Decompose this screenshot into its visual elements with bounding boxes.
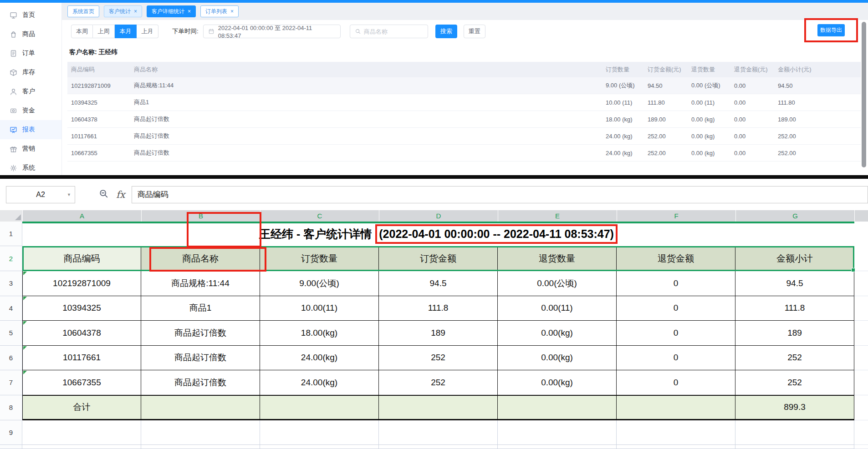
data-cell[interactable]: 商品起订倍数	[141, 370, 260, 395]
column-header-letter[interactable]: B	[142, 210, 260, 222]
table-row[interactable]: 10117661商品起订倍数24.00 (kg)252.000.00 (kg)0…	[67, 128, 861, 145]
total-cell[interactable]: 合计	[22, 395, 141, 420]
empty-cell[interactable]	[260, 420, 379, 445]
sidebar-item-user[interactable]: 客户	[0, 82, 61, 101]
cell-name-box[interactable]: A2 ▼	[6, 186, 75, 203]
data-cell[interactable]: 10667355	[22, 370, 141, 395]
quick-range-button[interactable]: 上月	[137, 25, 158, 38]
data-cell[interactable]: 0.00(11)	[498, 296, 617, 321]
row-header[interactable]: 4	[0, 296, 22, 321]
close-icon[interactable]: ×	[134, 9, 137, 14]
data-cell[interactable]: 18.00(kg)	[260, 321, 379, 346]
table-row[interactable]: 10394325商品110.00 (11)111.800.00 (11)0.00…	[67, 94, 861, 111]
empty-cell[interactable]	[498, 445, 617, 449]
data-cell[interactable]: 10117661	[22, 346, 141, 371]
data-cell[interactable]: 252	[379, 370, 498, 395]
sidebar-item-bag[interactable]: 商品	[0, 25, 61, 44]
table-row[interactable]: 102192871009商品规格:11:449.00 (公顷)94.500.00…	[67, 77, 861, 94]
data-cell[interactable]: 189	[379, 321, 498, 346]
data-cell[interactable]: 252	[735, 346, 854, 371]
empty-cell[interactable]	[617, 420, 735, 445]
sidebar-item-home[interactable]: 首页	[0, 5, 61, 25]
data-cell[interactable]: 24.00(kg)	[260, 346, 379, 371]
data-cell[interactable]: 0	[617, 321, 735, 346]
empty-cell[interactable]	[735, 445, 854, 449]
total-cell[interactable]: 899.3	[735, 395, 854, 420]
empty-cell[interactable]	[141, 445, 260, 449]
search-button[interactable]: 搜索	[435, 25, 457, 38]
row-header[interactable]: 7	[0, 370, 22, 395]
sidebar-item-money[interactable]: 资金	[0, 101, 61, 120]
data-cell[interactable]: 252	[735, 370, 854, 395]
data-cell[interactable]: 24.00(kg)	[260, 370, 379, 395]
data-cell[interactable]: 94.5	[379, 271, 498, 296]
data-cell[interactable]: 0.00(kg)	[498, 346, 617, 371]
header-cell[interactable]: 退货数量	[498, 246, 617, 271]
tab-item[interactable]: 客户统计×	[104, 5, 142, 17]
data-cell[interactable]: 商品起订倍数	[141, 321, 260, 346]
sidebar-item-document[interactable]: 订单	[0, 44, 61, 63]
title-cell[interactable]: 王经纬 - 客户统计详情(2022-04-01 00:00:00 -- 2022…	[22, 222, 854, 246]
vertical-scrollbar[interactable]	[862, 22, 866, 167]
total-cell[interactable]	[379, 395, 498, 420]
data-cell[interactable]: 10604378	[22, 321, 141, 346]
select-all-corner[interactable]	[0, 210, 23, 222]
column-header-letter[interactable]: E	[498, 210, 617, 222]
total-cell[interactable]	[498, 395, 617, 420]
search-input[interactable]	[364, 28, 423, 35]
total-cell[interactable]	[260, 395, 379, 420]
header-cell[interactable]: 商品编码	[22, 246, 141, 271]
data-cell[interactable]: 111.8	[379, 296, 498, 321]
header-cell[interactable]: 订货数量	[260, 246, 379, 271]
data-cell[interactable]: 94.5	[735, 271, 854, 296]
empty-cell[interactable]	[141, 420, 260, 445]
row-header-selected[interactable]: 2	[0, 246, 22, 271]
chevron-down-icon[interactable]: ▼	[67, 192, 71, 197]
data-cell[interactable]: 商品规格:11:44	[141, 271, 260, 296]
sidebar-item-chart[interactable]: 报表	[0, 120, 61, 139]
data-cell[interactable]: 0.00(kg)	[498, 321, 617, 346]
sidebar-item-gift[interactable]: 营销	[0, 139, 61, 158]
empty-cell[interactable]	[22, 420, 141, 445]
total-cell[interactable]	[617, 395, 735, 420]
close-icon[interactable]: ×	[230, 9, 234, 14]
data-cell[interactable]: 0	[617, 346, 735, 371]
row-header[interactable]	[0, 445, 22, 449]
column-header-letter[interactable]: G	[736, 210, 855, 222]
tab-active[interactable]: 客户详细统计×	[147, 5, 196, 17]
quick-range-button[interactable]: 本月	[115, 25, 137, 38]
empty-cell[interactable]	[379, 445, 498, 449]
row-header[interactable]: 9	[0, 420, 22, 445]
tab-item[interactable]: 系统首页	[67, 5, 99, 17]
column-header-letter[interactable]: C	[260, 210, 379, 222]
column-header-letter[interactable]: A	[23, 210, 142, 222]
row-header[interactable]: 5	[0, 321, 22, 346]
column-header-letter[interactable]: D	[379, 210, 498, 222]
header-cell[interactable]: 商品名称	[141, 246, 260, 271]
data-cell[interactable]: 189	[735, 321, 854, 346]
formula-bar[interactable]: 商品编码	[132, 186, 868, 203]
row-header[interactable]: 8	[0, 395, 22, 420]
empty-cell[interactable]	[617, 445, 735, 449]
header-cell[interactable]: 订货金额	[379, 246, 498, 271]
row-header[interactable]: 1	[0, 222, 22, 246]
header-cell[interactable]: 金额小计	[735, 246, 854, 271]
data-cell[interactable]: 0	[617, 370, 735, 395]
data-cell[interactable]: 10.00(11)	[260, 296, 379, 321]
data-cell[interactable]: 0.00(kg)	[498, 370, 617, 395]
data-cell[interactable]: 0.00(公顷)	[498, 271, 617, 296]
row-header[interactable]: 6	[0, 346, 22, 371]
quick-range-button[interactable]: 上周	[93, 25, 115, 38]
data-export-button[interactable]: 数据导出	[817, 24, 845, 36]
data-cell[interactable]: 0	[617, 271, 735, 296]
empty-cell[interactable]	[260, 445, 379, 449]
zoom-out-icon[interactable]	[99, 189, 109, 201]
reset-button[interactable]: 重置	[464, 25, 485, 38]
data-cell[interactable]: 商品起订倍数	[141, 346, 260, 371]
row-header[interactable]: 3	[0, 271, 22, 296]
data-cell[interactable]: 商品1	[141, 296, 260, 321]
sidebar-item-gear[interactable]: 系统	[0, 158, 61, 177]
header-cell[interactable]: 退货金额	[617, 246, 735, 271]
data-cell[interactable]: 9.00(公顷)	[260, 271, 379, 296]
tab-item[interactable]: 订单列表×	[200, 5, 239, 17]
